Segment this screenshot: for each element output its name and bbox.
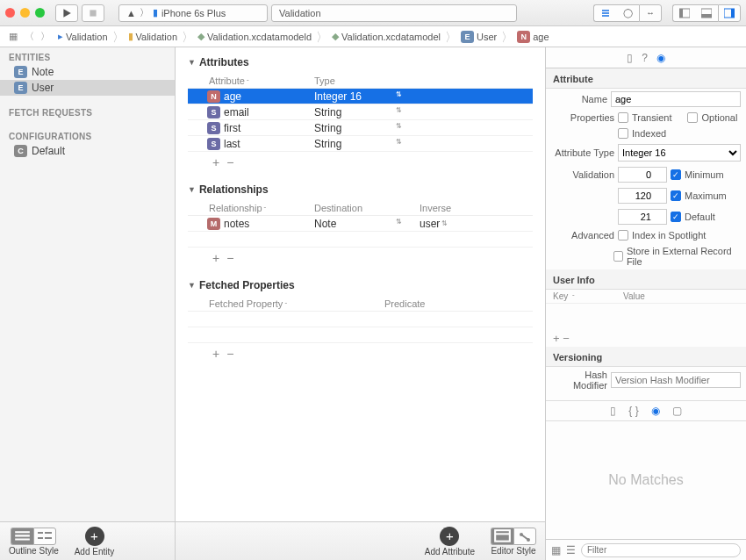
back-button[interactable]: 〈 [21, 30, 37, 44]
fetched-properties-header[interactable]: ▼Fetched Properties [188, 279, 533, 291]
editor-standard-button[interactable] [593, 4, 616, 22]
inspector-panel: ▯ ? ◉ Attribute Name Properties Transien… [546, 47, 746, 560]
rel-col-dest[interactable]: Destination [314, 203, 420, 213]
library-code-snippets-tab[interactable]: { } [628, 405, 638, 417]
crumb-project[interactable]: ▸Validation〉 [58, 31, 126, 43]
entity-user[interactable]: EUser [0, 80, 175, 96]
remove-relationship-inline[interactable]: − [226, 251, 240, 265]
zoom-window-button[interactable] [35, 8, 45, 18]
svg-rect-4 [701, 14, 712, 18]
editor-style-control[interactable]: Editor Style [491, 528, 536, 556]
stop-button[interactable] [82, 4, 104, 22]
rel-col-inverse[interactable]: Inverse [420, 203, 525, 213]
remove-fetched-inline[interactable]: − [226, 347, 240, 361]
properties-label: Properties [551, 112, 614, 123]
editor-version-button[interactable]: ↔ [639, 4, 662, 22]
add-attribute-inline[interactable]: + [212, 155, 226, 169]
name-label: Name [551, 94, 607, 104]
library-filter[interactable] [581, 543, 741, 557]
userinfo-add[interactable]: + [553, 332, 560, 345]
attr-row-age[interactable]: NageInteger 16⇅ [188, 89, 533, 104]
run-button[interactable] [55, 4, 78, 22]
device-icon: ▮ [153, 7, 158, 18]
svg-rect-6 [731, 9, 735, 18]
hashmod-label: Hash Modifier [551, 370, 607, 391]
rel-col-name[interactable]: Relationshipˆ [209, 203, 314, 213]
traffic-lights [5, 8, 45, 18]
add-entity-button[interactable]: + Add Entity [75, 527, 115, 556]
name-field[interactable] [611, 91, 741, 107]
fp-col-name[interactable]: Fetched Propertyˆ [209, 298, 384, 309]
library-file-templates-tab[interactable]: ▯ [610, 405, 616, 417]
add-relationship-inline[interactable]: + [212, 251, 226, 265]
rel-row-notes[interactable]: MnotesNote⇅user⇅ [188, 216, 533, 232]
related-items-button[interactable]: ▦ [5, 30, 21, 44]
userinfo-section-header: User Info [546, 269, 746, 290]
spotlight-checkbox[interactable] [618, 230, 628, 241]
scheme-selector[interactable]: ▲ 〉 ▮ iPhone 6s Plus [118, 4, 268, 22]
attr-row-email[interactable]: SemailString⇅ [188, 104, 533, 120]
userinfo-remove[interactable]: − [563, 332, 570, 345]
userinfo-value-col[interactable]: Value [623, 291, 739, 301]
close-window-button[interactable] [5, 8, 15, 18]
crumb-modeld[interactable]: ◆Validation.xcdatamodeld〉 [197, 31, 330, 43]
external-checkbox[interactable] [613, 251, 623, 262]
attr-row-last[interactable]: SlastString⇅ [188, 136, 533, 152]
attrtype-select[interactable]: Integer 16 [618, 144, 741, 162]
add-fetched-inline[interactable]: + [212, 347, 226, 361]
library-view-list[interactable]: ☰ [566, 544, 576, 556]
min-field[interactable] [618, 167, 667, 183]
entity-note[interactable]: ENote [0, 64, 175, 80]
attr-row-first[interactable]: SfirstString⇅ [188, 120, 533, 136]
config-default[interactable]: CDefault [0, 143, 175, 159]
inspector-tabs: ▯ ? ◉ [546, 47, 746, 68]
default-checkbox[interactable]: ✓ [671, 212, 681, 222]
library-object-tab[interactable]: ◉ [651, 405, 660, 417]
crumb-entity[interactable]: EUser〉 [461, 31, 515, 43]
hashmod-field[interactable] [611, 372, 741, 388]
svg-rect-7 [495, 530, 510, 541]
toggle-navigator-button[interactable] [672, 4, 695, 22]
advanced-label: Advanced [551, 230, 614, 241]
attr-col-name[interactable]: Attributeˆ [209, 75, 314, 86]
configurations-header: CONFIGURATIONS [0, 126, 175, 143]
outline-style-control[interactable]: Outline Style [9, 528, 59, 556]
attributes-header[interactable]: ▼Attributes [188, 56, 533, 68]
data-model-inspector-tab[interactable]: ◉ [656, 52, 665, 64]
default-field[interactable] [618, 209, 667, 225]
help-inspector-tab[interactable]: ? [642, 52, 648, 64]
path-bar: ▦ 〈 〉 ▸Validation〉 ▮Validation〉 ◆Validat… [0, 26, 746, 47]
optional-checkbox[interactable] [687, 112, 698, 123]
max-checkbox[interactable]: ✓ [671, 190, 681, 201]
indexed-checkbox[interactable] [618, 128, 628, 139]
toggle-debug-button[interactable] [695, 4, 718, 22]
entities-header: ENTITIES [0, 47, 175, 64]
crumb-attribute[interactable]: Nage [517, 31, 549, 43]
library-media-tab[interactable]: ▢ [672, 405, 682, 417]
add-attribute-button[interactable]: + Add Attribute [425, 527, 475, 556]
attr-col-type[interactable]: Type [314, 75, 420, 86]
activity-view: Validation [271, 4, 517, 22]
userinfo-key-col[interactable]: Key ˆ [553, 291, 623, 301]
crumb-model[interactable]: ◆Validation.xcdatamodel〉 [332, 31, 459, 43]
min-checkbox[interactable]: ✓ [671, 169, 681, 180]
relationships-header[interactable]: ▼Relationships [188, 183, 533, 196]
transient-checkbox[interactable] [618, 112, 628, 123]
window-toolbar: ▲ 〉 ▮ iPhone 6s Plus Validation ◯ ↔ [0, 0, 746, 26]
library-view-grid[interactable]: ▦ [551, 544, 561, 556]
breadcrumbs: ▸Validation〉 ▮Validation〉 ◆Validation.xc… [58, 31, 549, 43]
fetched-properties-section: ▼Fetched Properties Fetched PropertyˆPre… [188, 279, 533, 364]
library-no-matches: No Matches [546, 421, 746, 539]
fp-col-predicate[interactable]: Predicate [384, 298, 490, 309]
crumb-folder[interactable]: ▮Validation〉 [128, 31, 197, 43]
forward-button[interactable]: 〉 [37, 30, 53, 44]
sidebar-bottom-bar: Outline Style + Add Entity [0, 521, 175, 560]
editor-assistant-button[interactable]: ◯ [616, 4, 639, 22]
minimize-window-button[interactable] [20, 8, 30, 18]
remove-attribute-inline[interactable]: − [226, 155, 240, 169]
max-field[interactable] [618, 188, 667, 204]
attrtype-label: Attribute Type [551, 147, 614, 158]
model-editor: ▼Attributes AttributeˆType NageInteger 1… [176, 47, 546, 560]
file-inspector-tab[interactable]: ▯ [627, 52, 633, 64]
toggle-utilities-button[interactable] [718, 4, 741, 22]
